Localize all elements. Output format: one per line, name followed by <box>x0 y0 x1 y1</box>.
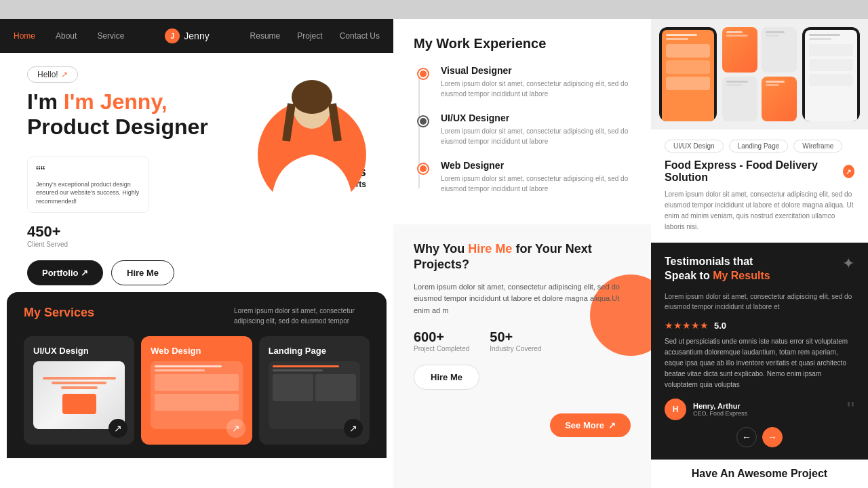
service-card-landing: Landing Page ↗ <box>259 336 370 445</box>
reviewer-name: Henry, Arthur <box>693 402 747 410</box>
project-arrow-badge[interactable]: ↗ <box>843 165 854 178</box>
why-hire-title: Why You Hire Me for Your Next Projects? <box>414 241 631 273</box>
reviewer-info: Henry, Arthur CEO, Food Express <box>693 402 747 417</box>
service-card-web-img <box>151 361 242 429</box>
services-highlight: Services <box>44 306 94 319</box>
timeline-item-2: Web Designer Lorem ipsum dolor sit amet,… <box>427 160 631 194</box>
hero-section: Hello! I'm I'm Jenny, Product Designer <box>0 53 393 285</box>
middle-panel: My Work Experience Visual Designer Lorem… <box>393 19 651 488</box>
web-card-arrow[interactable]: ↗ <box>226 419 245 438</box>
services-cards: UI/UX Design ↗ Web Design <box>24 336 370 445</box>
mock-bar-1 <box>43 377 116 380</box>
testimonials-title: Testimonials that Speak to My Results <box>665 255 770 283</box>
service-card-uiux: UI/UX Design ↗ <box>24 336 134 445</box>
timeline-item-1: UI/UX Designer Lorem ipsum dolor sit ame… <box>427 113 631 146</box>
mock-bar-2 <box>52 382 106 384</box>
rating-row: ★★★★★ 5.0 <box>665 320 854 331</box>
project-tags: UI/UX Design Landing Page Wireframe <box>665 140 854 152</box>
service-card-web-title: Web Design <box>151 346 242 356</box>
uiux-card-arrow[interactable]: ↗ <box>108 419 127 438</box>
top-bar <box>0 0 868 19</box>
bottom-strip: Have An Awesome Project <box>651 460 868 488</box>
uiux-mockup <box>33 361 125 429</box>
services-title: My Services <box>24 306 94 320</box>
service-card-web: Web Design ↗ <box>141 336 252 445</box>
hire-button[interactable]: Hire Me <box>111 260 174 285</box>
service-card-uiux-img <box>33 361 125 429</box>
phone-mockup-1 <box>659 27 717 121</box>
nav-project[interactable]: Project <box>297 31 322 41</box>
work-experience-section: My Work Experience Visual Designer Lorem… <box>393 19 651 224</box>
timeline-dot-2 <box>418 164 428 174</box>
landing-card-arrow[interactable]: ↗ <box>344 419 363 438</box>
reviewer-avatar: H <box>665 399 686 420</box>
nav-logo-circle: J <box>165 28 180 43</box>
testimonial-box: ““ Jenny's exceptional product design en… <box>27 157 149 214</box>
nav-logo-text: Jenny <box>184 30 209 41</box>
svg-point-1 <box>292 80 332 114</box>
hire-me-highlight: Hire Me <box>468 242 512 256</box>
reviewer: H Henry, Arthur CEO, Food Express " <box>665 399 854 420</box>
service-card-landing-title: Landing Page <box>269 346 360 356</box>
timeline: Visual Designer Lorem ipsum dolor sit am… <box>414 65 631 194</box>
rating-stars: ★★★★★ <box>665 320 709 331</box>
hero-buttons: Portfolio ↗ Hire Me <box>27 260 366 285</box>
hero-stats: 450+ Client Served <box>27 223 298 248</box>
review-text: Sed ut perspiciatis unde omnis iste natu… <box>665 336 854 390</box>
project-description: Lorem ipsum dolor sit amet, consectetur … <box>665 189 854 232</box>
nav-resume[interactable]: Resume <box>250 31 281 41</box>
portfolio-nav: Home About Service J Jenny Resume Projec… <box>0 19 393 53</box>
projects-label: Project Completed <box>414 345 469 352</box>
testimonials-title-2: Speak to <box>665 270 710 281</box>
nav-about[interactable]: About <box>56 31 77 41</box>
nav-arrows: ← → <box>665 427 854 447</box>
hire-me-button[interactable]: Hire Me <box>414 365 479 390</box>
project-name: Food Express - Food Delivery Solution ↗ <box>665 159 854 184</box>
nav-home[interactable]: Home <box>14 31 35 41</box>
phone-mockup-2 <box>802 27 860 121</box>
timeline-dot-0 <box>418 69 428 79</box>
job-desc-1: Lorem ipsum dolor sit amet, consectetur … <box>441 126 631 146</box>
rating-number: 5.0 <box>714 321 726 331</box>
see-more-button[interactable]: See More ↗ <box>550 413 631 437</box>
tag-uiux: UI/UX Design <box>665 140 724 152</box>
main-content: Home About Service J Jenny Resume Projec… <box>0 19 868 488</box>
timeline-item-0: Visual Designer Lorem ipsum dolor sit am… <box>427 65 631 99</box>
industry-number: 50+ <box>490 329 541 345</box>
left-panel: Home About Service J Jenny Resume Projec… <box>0 19 393 488</box>
service-card-uiux-title: UI/UX Design <box>33 346 125 356</box>
projects-stat: 600+ Project Completed <box>414 329 469 352</box>
services-section: My Services Lorem ipsum dolor sit amet, … <box>7 292 387 458</box>
projects-number: 600+ <box>414 329 469 345</box>
project-info: UI/UX Design Landing Page Wireframe Food… <box>651 129 868 243</box>
see-more-row: See More ↗ <box>393 407 651 444</box>
mockup-grid <box>722 27 797 121</box>
services-header: My Services Lorem ipsum dolor sit amet, … <box>24 306 370 326</box>
project-preview <box>651 19 868 129</box>
service-card-landing-img <box>269 361 360 429</box>
client-label: Client Served <box>27 241 68 248</box>
tag-landing: Landing Page <box>729 140 789 152</box>
hero-name: I'm Jenny, <box>64 89 167 114</box>
testimonials-header: Testimonials that Speak to My Results ✦ <box>665 255 854 283</box>
reviewer-role: CEO, Food Express <box>693 410 747 417</box>
testimonials-section: Testimonials that Speak to My Results ✦ … <box>651 243 868 460</box>
why-stats: 600+ Project Completed 50+ Industry Cove… <box>414 329 631 352</box>
portfolio-button[interactable]: Portfolio ↗ <box>27 260 103 285</box>
client-stat: 450+ Client Served <box>27 223 68 248</box>
industry-stat: 50+ Industry Covered <box>490 329 541 352</box>
work-exp-title: My Work Experience <box>414 36 631 52</box>
next-testimonial-button[interactable]: → <box>762 427 783 447</box>
nav-contact[interactable]: Contact Us <box>340 31 380 41</box>
prev-testimonial-button[interactable]: ← <box>736 427 757 447</box>
have-project-text: Have An Awesome Project <box>692 468 827 480</box>
testimonial-text: Jenny's exceptional product design ensur… <box>36 180 140 206</box>
why-hire-section: Why You Hire Me for Your Next Projects? … <box>393 224 651 407</box>
job-desc-0: Lorem ipsum dolor sit amet, consectetur … <box>441 79 631 99</box>
services-description: Lorem ipsum dolor sit amet, consectetur … <box>234 306 370 326</box>
right-panel: UI/UX Design Landing Page Wireframe Food… <box>651 19 868 488</box>
nav-service[interactable]: Service <box>97 31 124 41</box>
tag-wireframe: Wireframe <box>793 140 842 152</box>
why-hire-desc: Lorem ipsum dolor sit amet, consectetur … <box>414 281 631 317</box>
nav-right-links: Resume Project Contact Us <box>250 31 380 41</box>
